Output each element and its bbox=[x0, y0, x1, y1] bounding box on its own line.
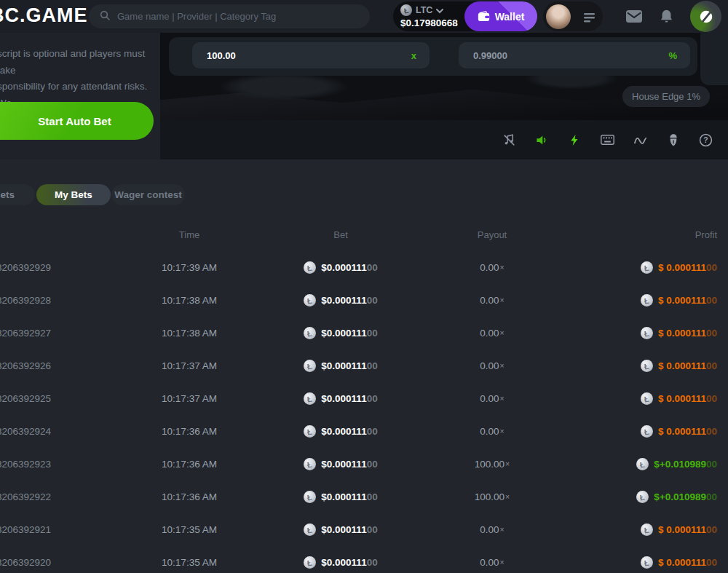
bet-amount-cell: $0.00011100 bbox=[284, 294, 397, 307]
bet-time: 10:17:38 AM bbox=[95, 295, 284, 306]
bet-id: 8206392929 bbox=[0, 262, 95, 273]
ltc-coin-icon bbox=[636, 491, 649, 503]
bet-id: 8206392920 bbox=[0, 557, 95, 568]
bet-amount-cell: $0.00011100 bbox=[284, 425, 397, 438]
game-area: 100.00 x 0.99000 % House Edge 1% bbox=[160, 33, 728, 159]
top-navbar: BC.GAME LTC $0.17980668 bbox=[0, 0, 728, 33]
wallet-button[interactable]: Wallet bbox=[464, 1, 537, 31]
table-row[interactable]: 8206392921 10:17:35 AM $0.00011100 0.00×… bbox=[0, 513, 728, 546]
site-logo[interactable]: BC.GAME bbox=[0, 4, 88, 27]
table-row[interactable]: 8206392923 10:17:36 AM $0.00011100 100.0… bbox=[0, 448, 728, 481]
bet-amount-trailing: 00 bbox=[367, 459, 378, 470]
bet-amount-cell: $0.00011100 bbox=[284, 392, 397, 405]
payout-multiplier: 0.00× bbox=[397, 524, 587, 535]
ltc-coin-icon bbox=[641, 523, 653, 536]
help-icon[interactable]: ? bbox=[699, 133, 713, 147]
bet-id: 8206392921 bbox=[0, 524, 95, 535]
chat-icon bbox=[698, 9, 714, 25]
balance-amount: $0.17980668 bbox=[400, 17, 458, 28]
bet-amount-trailing: 00 bbox=[367, 557, 378, 568]
bet-amount: $0.000111 bbox=[321, 295, 366, 306]
table-row[interactable]: 8206392926 10:17:37 AM $0.00011100 0.00×… bbox=[0, 349, 728, 382]
avatar[interactable] bbox=[546, 4, 571, 29]
tab-my-bets[interactable]: My Bets bbox=[36, 184, 111, 205]
bet-time: 10:17:37 AM bbox=[95, 360, 284, 371]
bet-amount-trailing: 00 bbox=[367, 262, 378, 273]
wallet-icon bbox=[478, 11, 490, 22]
table-row[interactable]: 8206392925 10:17:37 AM $0.00011100 0.00×… bbox=[0, 382, 728, 415]
music-off-icon[interactable] bbox=[502, 133, 516, 147]
table-row[interactable]: 8206392929 10:17:39 AM $0.00011100 0.00×… bbox=[0, 251, 728, 284]
bet-time: 10:17:37 AM bbox=[95, 393, 284, 404]
bet-amount-trailing: 00 bbox=[367, 393, 378, 404]
search-bar[interactable] bbox=[89, 4, 370, 28]
bet-amount-trailing: 00 bbox=[367, 328, 378, 339]
hotkeys-keyboard-icon[interactable] bbox=[601, 133, 614, 147]
ltc-coin-icon bbox=[304, 458, 316, 470]
seed-acorn-icon[interactable] bbox=[666, 133, 680, 147]
profit-amount: $ 0.00011100 bbox=[658, 426, 717, 437]
sound-icon[interactable] bbox=[535, 133, 549, 147]
bet-amount: $0.000111 bbox=[321, 360, 366, 371]
table-row[interactable]: 8206392927 10:17:38 AM $0.00011100 0.00×… bbox=[0, 317, 728, 349]
bet-amount-trailing: 00 bbox=[367, 426, 378, 437]
bet-amount: $0.000111 bbox=[321, 557, 366, 568]
table-row[interactable]: 8206392922 10:17:36 AM $0.00011100 100.0… bbox=[0, 481, 728, 513]
profit-amount: $ 0.00011100 bbox=[658, 557, 717, 568]
search-input[interactable] bbox=[117, 11, 360, 22]
table-row[interactable]: 8206392924 10:17:36 AM $0.00011100 0.00×… bbox=[0, 415, 728, 448]
profit-cell: $ 0.00011100 bbox=[587, 556, 717, 569]
profit-amount: $ 0.00011100 bbox=[658, 360, 717, 371]
payout-multiplier: 100.00× bbox=[397, 459, 587, 470]
bet-amount: $0.000111 bbox=[321, 426, 366, 437]
mail-icon[interactable] bbox=[626, 0, 642, 33]
profit-cell: $ 0.00011100 bbox=[587, 425, 717, 438]
header-bet: Bet bbox=[284, 229, 397, 240]
ltc-coin-icon bbox=[641, 556, 653, 569]
tab-all-bets[interactable]: All Bets bbox=[0, 184, 35, 205]
bet-amount-cell: $0.00011100 bbox=[284, 556, 397, 569]
payout-multiplier: 0.00× bbox=[397, 557, 587, 568]
profit-cell: $ 0.00011100 bbox=[587, 523, 717, 536]
profit-amount: $+0.01098900 bbox=[654, 491, 717, 502]
ltc-coin-icon bbox=[304, 392, 316, 405]
win-chance-value: 0.99000 bbox=[473, 50, 507, 61]
currency-selector[interactable]: LTC $0.17980668 bbox=[400, 4, 458, 28]
profit-cell: $ 0.00011100 bbox=[587, 294, 717, 307]
profit-amount: $ 0.00011100 bbox=[658, 524, 717, 535]
notifications-bell-icon[interactable] bbox=[660, 0, 673, 33]
bet-time: 10:17:39 AM bbox=[95, 262, 284, 273]
percent-icon: % bbox=[668, 50, 677, 61]
bet-amount-trailing: 00 bbox=[367, 524, 378, 535]
bet-amount: $0.000111 bbox=[321, 328, 366, 339]
ltc-coin-icon bbox=[641, 392, 653, 405]
turbo-bet-icon[interactable] bbox=[568, 133, 582, 147]
bet-amount-trailing: 00 bbox=[367, 491, 378, 502]
ltc-coin-icon bbox=[641, 360, 653, 372]
profile-menu-icon[interactable] bbox=[584, 1, 596, 34]
table-row[interactable]: 8206392928 10:17:38 AM $0.00011100 0.00×… bbox=[0, 284, 728, 317]
profit-cell: $+0.01098900 bbox=[587, 491, 717, 503]
game-scene-decoration bbox=[218, 73, 349, 100]
bet-id: 8206392923 bbox=[0, 459, 95, 470]
bet-id: 8206392922 bbox=[0, 491, 95, 502]
ltc-coin-icon bbox=[304, 294, 316, 307]
win-chance-input[interactable]: 0.99000 % bbox=[459, 42, 690, 68]
bet-amount: $0.000111 bbox=[321, 491, 366, 502]
header-time: Time bbox=[95, 229, 284, 240]
chat-button[interactable] bbox=[690, 1, 721, 32]
wallet-button-label: Wallet bbox=[495, 11, 525, 23]
profit-cell: $ 0.00011100 bbox=[587, 327, 717, 339]
bet-time: 10:17:35 AM bbox=[95, 557, 284, 568]
profit-amount: $ 0.00011100 bbox=[658, 328, 717, 339]
start-auto-bet-button[interactable]: Start Auto Bet bbox=[0, 102, 154, 140]
payout-input[interactable]: 100.00 x bbox=[192, 42, 430, 68]
ltc-coin-icon bbox=[641, 261, 653, 274]
bet-id: 8206392924 bbox=[0, 426, 95, 437]
profit-cell: $+0.01098900 bbox=[587, 458, 717, 470]
ltc-coin-icon bbox=[641, 327, 653, 339]
bet-amount-trailing: 00 bbox=[367, 295, 378, 306]
table-row[interactable]: 8206392920 10:17:35 AM $0.00011100 0.00×… bbox=[0, 546, 728, 573]
tab-wager-contest[interactable]: Wager contest bbox=[111, 184, 185, 205]
live-stats-icon[interactable] bbox=[633, 133, 647, 147]
